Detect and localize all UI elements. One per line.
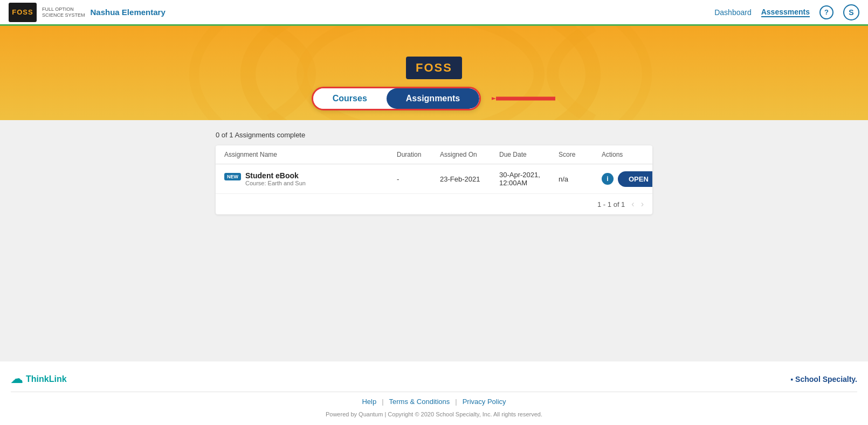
school-specialty-label: ▪	[790, 375, 795, 384]
col-due-date: Due Date	[499, 151, 559, 158]
table-header: Assignment Name Duration Assigned On Due…	[216, 145, 652, 164]
divider-2: |	[455, 398, 457, 406]
assignments-count-label: 0 of 1 Assignments complete	[216, 131, 652, 139]
footer-links: Help | Terms & Conditions | Privacy Poli…	[11, 392, 857, 411]
content-wrapper: 0 of 1 Assignments complete Assignment N…	[205, 131, 663, 214]
assigned-on-cell: 23-Feb-2021	[440, 175, 499, 183]
foss-logo-box: FOSS	[9, 3, 37, 22]
help-button[interactable]: ?	[819, 5, 833, 19]
assignment-name-cell: NEW Student eBook Course: Earth and Sun	[224, 171, 397, 186]
main-content: 0 of 1 Assignments complete Assignment N…	[0, 120, 868, 361]
privacy-link[interactable]: Privacy Policy	[463, 398, 506, 406]
thinklink-icon: ☁	[11, 372, 23, 386]
header-left: FOSS FULL OPTION SCIENCE SYSTEM Nashua E…	[9, 3, 166, 22]
logo-subtext: FULL OPTION SCIENCE SYSTEM	[42, 6, 85, 18]
score-cell: n/a	[559, 175, 602, 183]
info-button[interactable]: i	[602, 173, 614, 185]
duration-cell: -	[397, 175, 440, 183]
user-avatar[interactable]: S	[843, 4, 859, 20]
col-score: Score	[559, 151, 602, 158]
col-assignment-name: Assignment Name	[224, 151, 397, 158]
col-assigned-on: Assigned On	[440, 151, 499, 158]
school-name: Nashua Elementary	[91, 8, 166, 17]
tab-switcher: Courses Assignments	[312, 87, 481, 110]
pagination-row: 1 - 1 of 1 ‹ ›	[216, 194, 652, 214]
school-specialty-text: School Specialty.	[795, 375, 857, 384]
dashboard-nav-link[interactable]: Dashboard	[714, 8, 752, 17]
col-duration: Duration	[397, 151, 440, 158]
assignments-table-card: Assignment Name Duration Assigned On Due…	[216, 145, 652, 214]
foss-hero-logo: FOSS	[406, 57, 462, 79]
header: FOSS FULL OPTION SCIENCE SYSTEM Nashua E…	[0, 0, 868, 26]
footer-logos: ☁ ThinkLink ▪ School Specialty.	[11, 367, 857, 392]
table-row: NEW Student eBook Course: Earth and Sun …	[216, 164, 652, 194]
help-link[interactable]: Help	[362, 398, 376, 406]
new-badge: NEW	[224, 173, 241, 180]
thinklink-logo: ☁ ThinkLink	[11, 372, 67, 386]
assignment-course: Course: Earth and Sun	[245, 180, 306, 186]
next-page-button[interactable]: ›	[641, 199, 644, 209]
assessments-nav-link[interactable]: Assessments	[761, 8, 810, 17]
prev-page-button[interactable]: ‹	[631, 199, 634, 209]
highlight-arrow	[492, 88, 556, 109]
assignments-tab[interactable]: Assignments	[387, 88, 479, 109]
due-date-cell: 30-Apr-2021, 12:00AM	[499, 171, 559, 187]
terms-link[interactable]: Terms & Conditions	[389, 398, 450, 406]
header-right: Dashboard Assessments ? S	[714, 4, 859, 20]
foss-logo-text: FOSS	[12, 8, 33, 16]
hero-banner: FOSS Courses Assignments	[0, 26, 868, 120]
col-actions: Actions	[602, 151, 644, 158]
school-specialty-logo: ▪ School Specialty.	[790, 375, 857, 384]
divider-1: |	[382, 398, 383, 406]
pagination-count: 1 - 1 of 1	[597, 200, 625, 208]
footer: ☁ ThinkLink ▪ School Specialty. Help | T…	[0, 361, 868, 425]
thinklink-label: ThinkLink	[26, 374, 67, 384]
courses-tab[interactable]: Courses	[313, 88, 387, 109]
assignment-name: Student eBook	[245, 171, 306, 180]
open-button[interactable]: OPEN	[618, 171, 652, 187]
actions-cell: i OPEN	[602, 171, 652, 187]
footer-copyright: Powered by Quantum | Copyright © 2020 Sc…	[11, 411, 857, 420]
